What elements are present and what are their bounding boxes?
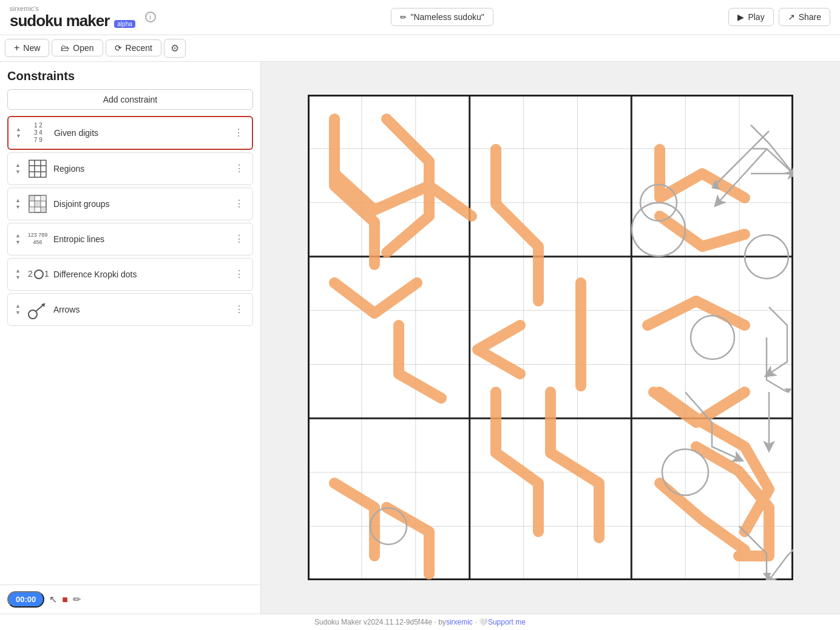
svg-text:2: 2: [28, 269, 33, 279]
play-icon: ▶: [737, 12, 744, 22]
plus-icon: +: [14, 42, 19, 53]
svg-rect-13: [29, 207, 35, 212]
arrows-down[interactable]: ▼: [14, 310, 22, 316]
constraints-title: Constraints: [7, 69, 253, 83]
new-button[interactable]: + New: [5, 39, 49, 57]
folder-icon: 🗁: [61, 43, 69, 53]
logo-area: sirxemic's sudoku maker alpha: [10, 5, 135, 30]
footer: Sudoku Maker v2024.11.12-9d5f44e · by si…: [0, 614, 840, 630]
arrows-icon: [27, 299, 49, 320]
header-center: ✏ "Nameless sudoku": [163, 8, 722, 26]
given-digits-down[interactable]: ▼: [15, 133, 22, 140]
given-digits-more[interactable]: ⋮: [231, 126, 246, 140]
svg-point-18: [29, 310, 37, 319]
svg-text:1: 1: [44, 269, 49, 279]
puzzle-title-button[interactable]: ✏ "Nameless sudoku": [391, 8, 493, 26]
toolbar: + New 🗁 Open ⟳ Recent ⚙: [0, 35, 840, 62]
constraint-item-disjoint[interactable]: ▲ ▼: [7, 188, 253, 220]
sidebar-scroll: Constraints Add constraint ▲ ▼ 1 2 3 4 7…: [0, 62, 260, 584]
kropki-down[interactable]: ▼: [14, 274, 22, 281]
given-digits-icon: 1 2 3 4 7 9: [27, 122, 49, 144]
disjoint-down[interactable]: ▼: [14, 204, 22, 211]
kropki-up[interactable]: ▲: [14, 268, 22, 274]
given-digits-up[interactable]: ▲: [15, 126, 22, 133]
info-button[interactable]: i: [145, 12, 156, 22]
alpha-badge: alpha: [114, 20, 135, 28]
record-icon: ■: [62, 594, 68, 605]
regions-down[interactable]: ▼: [14, 169, 22, 175]
puzzle-grid-svg: [308, 95, 793, 580]
puzzle-name-label: "Nameless sudoku": [410, 12, 484, 22]
kropki-label: Difference Kropki dots: [53, 269, 227, 279]
svg-rect-0: [29, 160, 46, 177]
recent-button[interactable]: ⟳ Recent: [106, 39, 161, 56]
regions-more[interactable]: ⋮: [232, 161, 246, 175]
svg-rect-14: [41, 195, 46, 201]
disjoint-label: Disjoint groups: [53, 199, 227, 209]
header-actions: ▶ Play ↗ Share: [728, 8, 830, 26]
arrows-up[interactable]: ▲: [14, 303, 22, 310]
arrows-label: Arrows: [53, 305, 227, 314]
footer-support-link[interactable]: Support me: [488, 618, 526, 626]
puzzle-area: [261, 62, 840, 614]
add-constraint-button[interactable]: Add constraint: [7, 89, 253, 110]
given-digits-label: Given digits: [54, 128, 226, 138]
entropic-icon: 123 789 456: [27, 228, 49, 250]
regions-up[interactable]: ▲: [14, 162, 22, 169]
entropic-up[interactable]: ▲: [14, 232, 22, 239]
puzzle-grid-container[interactable]: [308, 95, 793, 580]
constraint-item-kropki[interactable]: ▲ ▼ 2 1 Difference Kropki dots ⋮: [7, 258, 253, 291]
svg-rect-12: [41, 207, 46, 212]
disjoint-reorder[interactable]: ▲ ▼: [14, 197, 22, 211]
constraint-item-regions[interactable]: ▲ ▼ Regions ⋮: [7, 152, 253, 185]
entropic-more[interactable]: ⋮: [232, 232, 246, 246]
arrows-reorder[interactable]: ▲ ▼: [14, 303, 22, 316]
pencil-tool-icon: ✏: [73, 594, 81, 605]
clock-icon: ⟳: [115, 43, 122, 53]
entropic-label: Entropic lines: [53, 234, 227, 244]
play-button[interactable]: ▶ Play: [728, 8, 773, 26]
regions-icon: [27, 158, 49, 180]
given-digits-reorder[interactable]: ▲ ▼: [15, 126, 22, 140]
footer-version: Sudoku Maker v2024.11.12-9d5f44e · by: [314, 618, 446, 626]
sidebar: Constraints Add constraint ▲ ▼ 1 2 3 4 7…: [0, 62, 261, 614]
cursor-button[interactable]: ↖: [49, 594, 57, 605]
footer-author-link[interactable]: sirxemic: [446, 618, 473, 626]
share-button[interactable]: ↗ Share: [779, 8, 830, 26]
disjoint-icon: [27, 193, 49, 215]
entropic-down[interactable]: ▼: [14, 239, 22, 246]
svg-point-16: [35, 270, 43, 279]
constraint-item-given-digits[interactable]: ▲ ▼ 1 2 3 4 7 9 Given digits ⋮: [7, 116, 253, 150]
regions-reorder[interactable]: ▲ ▼: [14, 162, 22, 175]
settings-icon: ⚙: [171, 43, 179, 53]
open-button[interactable]: 🗁 Open: [52, 39, 103, 56]
app-title: sudoku maker: [10, 12, 109, 30]
entropic-reorder[interactable]: ▲ ▼: [14, 232, 22, 246]
svg-rect-10: [29, 195, 35, 201]
kropki-icon: 2 1: [27, 263, 49, 285]
share-icon: ↗: [788, 12, 795, 22]
svg-rect-11: [35, 201, 41, 207]
main-layout: Constraints Add constraint ▲ ▼ 1 2 3 4 7…: [0, 62, 840, 614]
bottom-bar: 00:00 ↖ ■ ✏: [0, 584, 260, 614]
settings-button[interactable]: ⚙: [164, 39, 186, 58]
kropki-more[interactable]: ⋮: [232, 267, 246, 281]
constraint-item-arrows[interactable]: ▲ ▼ Arrows ⋮: [7, 293, 253, 326]
kropki-reorder[interactable]: ▲ ▼: [14, 268, 22, 281]
disjoint-more[interactable]: ⋮: [232, 197, 246, 211]
timer-button[interactable]: 00:00: [7, 591, 44, 608]
constraint-list: ▲ ▼ 1 2 3 4 7 9 Given digits ⋮: [7, 116, 253, 326]
regions-label: Regions: [53, 164, 227, 174]
disjoint-up[interactable]: ▲: [14, 197, 22, 204]
header: sirxemic's sudoku maker alpha i ✏ "Namel…: [0, 0, 840, 35]
record-button[interactable]: ■: [62, 594, 68, 605]
pencil-tool-button[interactable]: ✏: [73, 594, 81, 605]
arrows-more[interactable]: ⋮: [232, 302, 246, 316]
constraint-item-entropic[interactable]: ▲ ▼ 123 789 456 Entropic lines ⋮: [7, 223, 253, 256]
svg-rect-21: [308, 95, 793, 580]
cursor-icon: ↖: [49, 594, 57, 605]
pencil-icon: ✏: [400, 13, 407, 22]
